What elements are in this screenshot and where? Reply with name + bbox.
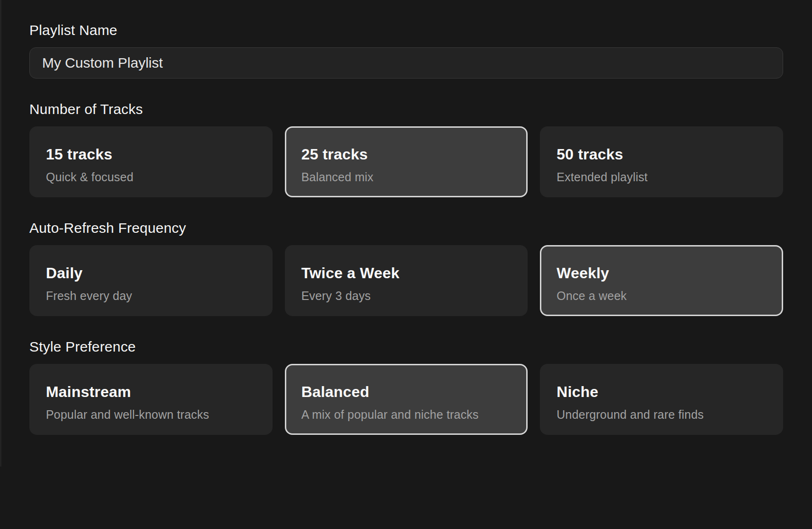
left-edge-highlight [0, 0, 1, 467]
option-subtitle: Balanced mix [301, 170, 512, 184]
playlist-settings-form: Playlist Name Number of Tracks 15 tracks… [0, 0, 812, 435]
option-niche[interactable]: Niche Underground and rare finds [540, 364, 783, 435]
playlist-name-input[interactable] [29, 47, 783, 79]
option-15-tracks[interactable]: 15 tracks Quick & focused [29, 126, 273, 197]
option-title: Niche [556, 383, 767, 401]
option-twice-a-week[interactable]: Twice a Week Every 3 days [285, 245, 528, 316]
option-subtitle: Fresh every day [46, 289, 256, 303]
playlist-name-label: Playlist Name [29, 22, 783, 38]
auto-refresh-frequency-options: Daily Fresh every day Twice a Week Every… [29, 245, 783, 316]
option-balanced[interactable]: Balanced A mix of popular and niche trac… [285, 364, 528, 435]
option-subtitle: Once a week [556, 289, 767, 303]
option-50-tracks[interactable]: 50 tracks Extended playlist [540, 126, 783, 197]
option-subtitle: Popular and well-known tracks [46, 408, 256, 422]
auto-refresh-frequency-label: Auto-Refresh Frequency [29, 220, 783, 236]
option-weekly[interactable]: Weekly Once a week [540, 245, 783, 316]
option-subtitle: Underground and rare finds [556, 408, 767, 422]
option-title: Weekly [556, 264, 767, 282]
option-daily[interactable]: Daily Fresh every day [29, 245, 273, 316]
option-title: 25 tracks [301, 146, 512, 163]
option-25-tracks[interactable]: 25 tracks Balanced mix [285, 126, 528, 197]
option-title: Mainstream [46, 383, 256, 401]
section-style-preference: Style Preference Mainstream Popular and … [29, 339, 783, 435]
option-title: Twice a Week [301, 264, 512, 282]
section-auto-refresh-frequency: Auto-Refresh Frequency Daily Fresh every… [29, 220, 783, 316]
section-number-of-tracks: Number of Tracks 15 tracks Quick & focus… [29, 101, 783, 197]
style-preference-label: Style Preference [29, 339, 783, 354]
option-title: Balanced [301, 383, 512, 401]
option-mainstream[interactable]: Mainstream Popular and well-known tracks [29, 364, 273, 435]
number-of-tracks-label: Number of Tracks [29, 101, 783, 117]
style-preference-options: Mainstream Popular and well-known tracks… [29, 364, 783, 435]
option-subtitle: Quick & focused [46, 170, 256, 184]
number-of-tracks-options: 15 tracks Quick & focused 25 tracks Bala… [29, 126, 783, 197]
option-subtitle: Every 3 days [301, 289, 512, 303]
option-subtitle: A mix of popular and niche tracks [301, 408, 512, 422]
option-subtitle: Extended playlist [556, 170, 767, 184]
option-title: 50 tracks [556, 146, 767, 163]
option-title: 15 tracks [46, 146, 256, 163]
option-title: Daily [46, 264, 256, 282]
